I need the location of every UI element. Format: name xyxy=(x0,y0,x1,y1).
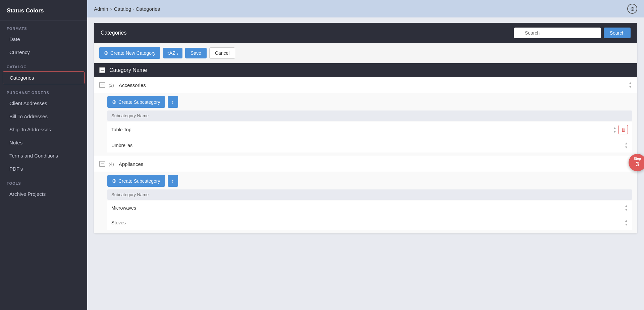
toolbar: ⊕ Create New Category ↕AZ ↕ Save Cancel xyxy=(94,43,637,63)
collapse-appliances-button[interactable] xyxy=(99,161,105,167)
category-appliances-header: (4) Appliances ▲ ▼ xyxy=(94,156,637,172)
collapse-accessories-button[interactable] xyxy=(99,82,105,88)
save-button[interactable]: Save xyxy=(185,48,207,58)
accessories-name: Accessories xyxy=(119,82,625,88)
sort-sub-app-icon: ↕ xyxy=(172,178,174,184)
create-subcategory-label: Create Subcategory xyxy=(118,99,160,105)
appliances-name: Appliances xyxy=(119,161,625,167)
create-new-category-button[interactable]: ⊕ Create New Category xyxy=(99,47,160,59)
sort-label: ↕ xyxy=(176,51,178,55)
close-icon: ⊗ xyxy=(630,6,635,12)
trash-icon: 🗑 xyxy=(621,127,626,132)
plus-circle-icon: ⊕ xyxy=(104,50,108,56)
accessories-subcategory-toolbar: ⊕ Create Subcategory ↕ xyxy=(107,96,632,108)
sidebar-item-categories[interactable]: Categories xyxy=(3,71,85,84)
sort-microwaves-button[interactable]: ▲ ▼ xyxy=(625,204,628,212)
appliances-count: (4) xyxy=(109,162,114,167)
minus-icon xyxy=(101,70,104,71)
step-3-circle: Step 3 xyxy=(629,154,644,171)
sort-subcategory-appliances-button[interactable]: ↕ xyxy=(168,175,178,187)
subcategory-item-tabletop: Table Top ▲ ▼ 🗑 xyxy=(107,122,632,138)
panel-header: Categories 🔍 Search xyxy=(94,23,637,43)
arrow-down-s-icon: ▼ xyxy=(625,223,628,226)
subcategory-name-stoves: Stoves xyxy=(111,220,126,225)
plus-circle-icon-app: ⊕ xyxy=(112,178,116,184)
sidebar-item-date[interactable]: Date xyxy=(3,33,85,45)
arrow-up-s-icon: ▲ xyxy=(625,219,628,222)
sidebar-item-archive-projects[interactable]: Archive Projects xyxy=(3,188,85,200)
close-button[interactable]: ⊗ xyxy=(627,4,637,14)
sidebar-section-formats: FORMATS xyxy=(0,20,87,33)
sort-sub-icon: ↕ xyxy=(172,99,174,105)
accessories-sort-arrows[interactable]: ▲ ▼ xyxy=(629,81,632,89)
sort-stoves-button[interactable]: ▲ ▼ xyxy=(625,219,628,226)
sidebar-item-client-addresses[interactable]: Client Addresses xyxy=(3,97,85,109)
category-row-appliances: (4) Appliances ▲ ▼ ⊕ Create Subcategory xyxy=(94,156,637,233)
arrow-up-icon-u: ▲ xyxy=(625,141,628,145)
breadcrumb: Admin › Catalog - Categories xyxy=(94,6,160,12)
sidebar-item-terms-and-conditions[interactable]: Terms and Conditions xyxy=(3,149,85,162)
subcategory-name-umbrellas: Umbrellas xyxy=(111,143,132,148)
sidebar-item-currency[interactable]: Currency xyxy=(3,46,85,58)
sidebar-section-catalog: CATALOG xyxy=(0,59,87,71)
sidebar-item-bill-to-addresses[interactable]: Bill To Addresses xyxy=(3,110,85,123)
create-subcategory-label-app: Create Subcategory xyxy=(118,178,160,184)
appliances-subcategory-toolbar: ⊕ Create Subcategory ↕ xyxy=(107,175,632,187)
sort-tabletop-button[interactable]: ▲ ▼ xyxy=(613,126,616,134)
sidebar-item-ship-to-addresses[interactable]: Ship To Addresses xyxy=(3,123,85,136)
arrow-up-icon: ▲ xyxy=(629,81,632,85)
select-all-checkbox[interactable] xyxy=(99,67,105,73)
subcategory-item-umbrellas: Umbrellas ▲ ▼ xyxy=(107,138,632,152)
sort-subcategory-accessories-button[interactable]: ↕ xyxy=(168,96,178,108)
create-category-label: Create New Category xyxy=(110,50,156,56)
collapse-icon xyxy=(101,85,104,85)
arrow-down-icon: ▼ xyxy=(629,85,632,89)
column-header-category-name: Category Name xyxy=(109,67,147,73)
create-subcategory-appliances-button[interactable]: ⊕ Create Subcategory xyxy=(107,175,165,187)
accessories-count: (2) xyxy=(109,83,114,88)
sort-icon: ↕AZ xyxy=(167,50,175,56)
sidebar-header: Status Colors xyxy=(0,0,87,20)
subcategory-header-appliances: Subcategory Name xyxy=(107,189,632,200)
search-input-wrap: 🔍 xyxy=(514,28,601,38)
subcategory-name-microwaves: Microwaves xyxy=(111,205,136,211)
search-button[interactable]: Search xyxy=(604,28,631,38)
search-input[interactable] xyxy=(514,28,601,38)
appliances-subcategory-area: ⊕ Create Subcategory ↕ Subcategory Name … xyxy=(94,172,637,233)
arrow-down-small-icon: ▼ xyxy=(613,130,616,134)
category-row-accessories: (2) Accessories ▲ ▼ ⊕ Create Subcategory xyxy=(94,77,637,156)
subcategory-header-accessories: Subcategory Name xyxy=(107,110,632,121)
arrow-up-small-icon: ▲ xyxy=(613,126,616,130)
category-accessories-header: (2) Accessories ▲ ▼ xyxy=(94,77,637,93)
subcategory-item-microwaves: Microwaves ▲ ▼ xyxy=(107,201,632,215)
step-3-label: Step xyxy=(634,157,641,161)
categories-panel: Categories 🔍 Search ⊕ Create New Categor… xyxy=(94,23,637,233)
delete-tabletop-button[interactable]: 🗑 xyxy=(619,125,628,134)
topbar: Admin › Catalog - Categories ⊗ xyxy=(87,0,644,17)
cancel-button[interactable]: Cancel xyxy=(209,47,235,59)
breadcrumb-admin: Admin xyxy=(94,6,108,12)
breadcrumb-page: Catalog - Categories xyxy=(114,6,160,12)
breadcrumb-separator: › xyxy=(110,6,112,12)
arrow-up-m-icon: ▲ xyxy=(625,204,628,208)
search-area: 🔍 Search xyxy=(514,28,631,38)
main-area: Admin › Catalog - Categories ⊗ Categorie… xyxy=(87,0,644,310)
plus-circle-icon-sub: ⊕ xyxy=(112,99,116,105)
sidebar-item-pdfs[interactable]: PDF's xyxy=(3,163,85,175)
arrow-down-m-icon: ▼ xyxy=(625,208,628,212)
table-header: Category Name xyxy=(94,63,637,77)
sidebar-item-notes[interactable]: Notes xyxy=(3,136,85,149)
arrow-down-icon-u: ▼ xyxy=(625,145,628,149)
subcategory-item-stoves: Stoves ▲ ▼ xyxy=(107,215,632,230)
sidebar-section-tools: TOOLS xyxy=(0,175,87,187)
accessories-subcategory-area: ⊕ Create Subcategory ↕ Subcategory Name … xyxy=(94,93,637,156)
sidebar: Status Colors FORMATS Date Currency CATA… xyxy=(0,0,87,310)
sort-umbrellas-button[interactable]: ▲ ▼ xyxy=(625,141,628,149)
panel-title: Categories xyxy=(101,30,126,36)
sort-button[interactable]: ↕AZ ↕ xyxy=(163,48,182,58)
panel-wrapper: Categories 🔍 Search ⊕ Create New Categor… xyxy=(94,23,637,233)
content-area: Categories 🔍 Search ⊕ Create New Categor… xyxy=(87,17,644,310)
create-subcategory-accessories-button[interactable]: ⊕ Create Subcategory xyxy=(107,96,165,108)
subcategory-name-tabletop: Table Top xyxy=(111,127,131,132)
sidebar-section-purchase-orders: PURCHASE ORDERS xyxy=(0,85,87,97)
